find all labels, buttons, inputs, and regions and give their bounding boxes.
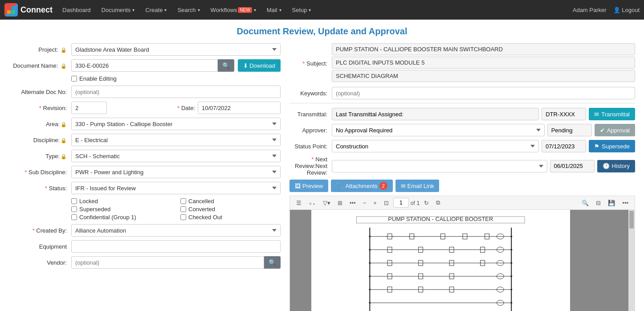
revision-field bbox=[71, 102, 173, 114]
svg-point-26 bbox=[369, 302, 371, 304]
svg-point-19 bbox=[511, 249, 513, 250]
attachments-button[interactable]: 📎 Attachments 2 bbox=[331, 180, 392, 192]
chevron-down-icon: ▾ bbox=[198, 8, 200, 12]
next-review-select[interactable] bbox=[332, 160, 547, 172]
checkboxes-grid: Locked Cancelled Superseded Converted bbox=[71, 198, 281, 221]
attachment-icon: 📎 bbox=[336, 183, 343, 189]
pdf-more-button[interactable]: ••• bbox=[347, 198, 359, 208]
left-panel: Project: 🔒 Gladstone Area Water Board Do… bbox=[9, 43, 281, 311]
enable-editing-checkbox[interactable] bbox=[71, 76, 77, 82]
created-by-row: Created By: Alliance Automation bbox=[9, 224, 281, 237]
subject-line-3: SCHEMATIC DIAGRAM bbox=[332, 70, 635, 82]
status-point-select[interactable]: Construction bbox=[332, 140, 539, 152]
pdf-view-button[interactable]: ▽▾ bbox=[320, 198, 333, 208]
vendor-input[interactable] bbox=[71, 256, 264, 269]
converted-checkbox-item: Converted bbox=[180, 206, 281, 213]
pdf-save-button[interactable]: 💾 bbox=[605, 198, 618, 208]
area-select[interactable]: 330 - Pump Station - Calliope Booster bbox=[71, 118, 281, 130]
brand[interactable]: Connect bbox=[4, 3, 53, 16]
svg-text:PUMP STATION - CALLIOPE BOOSTE: PUMP STATION - CALLIOPE BOOSTER bbox=[388, 216, 493, 222]
transmittal-icon: ✉ bbox=[594, 111, 599, 118]
pdf-fit-button[interactable]: ⊡ bbox=[381, 198, 391, 208]
transmittal-code-input[interactable] bbox=[542, 108, 586, 120]
superseded-label: Superseded bbox=[79, 206, 110, 213]
project-select[interactable]: Gladstone Area Water Board bbox=[71, 43, 281, 56]
next-review-group: 06/01/2025 🕐 History bbox=[332, 160, 635, 172]
alternate-doc-row: Alternate Doc No: bbox=[9, 86, 281, 98]
vendor-search-button[interactable]: 🔍 bbox=[264, 256, 281, 269]
confidential-checkbox[interactable] bbox=[71, 214, 77, 220]
status-point-row: Status Point: Construction 07/12/2023 ⚑ … bbox=[289, 140, 635, 152]
pdf-copy-button[interactable]: ⧉ bbox=[433, 198, 443, 208]
revision-date-group: Date: bbox=[71, 102, 281, 114]
lock-icon: 🔒 bbox=[61, 47, 67, 53]
checked-out-checkbox[interactable] bbox=[180, 214, 186, 220]
superseded-checkbox-item: Superseded bbox=[71, 206, 171, 213]
equipment-label: Equipment bbox=[9, 243, 71, 250]
pdf-filter-button[interactable]: ⬦▾ bbox=[306, 198, 318, 208]
approver-select[interactable]: No Approval Required bbox=[332, 124, 545, 136]
pdf-page-view-button[interactable]: ⊞ bbox=[335, 198, 345, 208]
pdf-search-button[interactable]: 🔍 bbox=[579, 198, 591, 208]
nav-documents[interactable]: Documents▾ bbox=[96, 0, 140, 20]
nav-create[interactable]: Create▾ bbox=[140, 0, 172, 20]
nav-search[interactable]: Search▾ bbox=[172, 0, 205, 20]
pdf-zoom-out-button[interactable]: − bbox=[360, 198, 369, 208]
equipment-row: Equipment bbox=[9, 240, 281, 253]
download-button[interactable]: ⬇ Download bbox=[238, 59, 281, 72]
svg-point-22 bbox=[369, 275, 371, 277]
email-link-button[interactable]: ✉ Email Link bbox=[395, 180, 440, 192]
superseded-checkbox[interactable] bbox=[71, 206, 77, 212]
pdf-menu-button[interactable]: ☰ bbox=[293, 198, 304, 208]
sub-discipline-row: Sub Discipline: PWR - Power and Lighting bbox=[9, 166, 281, 178]
pdf-page-input[interactable] bbox=[393, 198, 409, 208]
cancelled-checkbox[interactable] bbox=[180, 198, 186, 204]
enable-editing-label: Enable Editing bbox=[79, 75, 117, 82]
subject-line-1: PUMP STATION - CALLIOPE BOOSTER MAIN SWI… bbox=[332, 43, 635, 55]
alternate-doc-input[interactable] bbox=[71, 86, 281, 98]
document-name-input[interactable] bbox=[71, 59, 218, 72]
nav-mail[interactable]: Mail▾ bbox=[261, 0, 287, 20]
area-row: Area:🔒 330 - Pump Station - Calliope Boo… bbox=[9, 118, 281, 130]
revision-input[interactable] bbox=[71, 102, 107, 114]
lock-icon-3: 🔒 bbox=[61, 122, 67, 127]
supersede-button[interactable]: ⚑ Supersede bbox=[589, 140, 635, 152]
chevron-down-icon: ▾ bbox=[254, 8, 256, 12]
discipline-select[interactable]: E - Electrical bbox=[71, 134, 281, 146]
locked-label: Locked bbox=[79, 198, 98, 205]
approval-button[interactable]: ✔ Approval bbox=[595, 124, 635, 136]
equipment-input[interactable] bbox=[71, 240, 281, 253]
preview-button[interactable]: 🖼 Preview bbox=[289, 180, 328, 192]
next-review-label: * Next Review:Next Review: bbox=[289, 156, 332, 176]
pdf-more2-button[interactable]: ••• bbox=[620, 198, 631, 208]
type-select[interactable]: SCH - Schematic bbox=[71, 150, 281, 162]
transmittal-button[interactable]: ✉ Transmittal bbox=[589, 108, 635, 120]
converted-checkbox[interactable] bbox=[180, 206, 186, 212]
status-select[interactable]: IFR - Issued for Review bbox=[71, 182, 281, 194]
pdf-zoom-in-button[interactable]: + bbox=[371, 198, 379, 208]
approver-row: Approver: No Approval Required Pending ✔… bbox=[289, 124, 635, 136]
svg-point-18 bbox=[369, 249, 371, 250]
date-input[interactable] bbox=[198, 102, 281, 114]
pdf-rotate-button[interactable]: ↻ bbox=[421, 198, 432, 208]
sub-discipline-select[interactable]: PWR - Power and Lighting bbox=[71, 166, 281, 178]
nav-setup[interactable]: Setup▾ bbox=[287, 0, 317, 20]
pdf-page: PUMP STATION - CALLIOPE BOOSTER bbox=[311, 210, 570, 311]
svg-point-20 bbox=[369, 262, 371, 264]
transmittal-label: Transmittal: bbox=[289, 111, 332, 118]
cancelled-checkbox-item: Cancelled bbox=[180, 198, 281, 205]
nav-workflows[interactable]: WorkflowsNEW▾ bbox=[205, 0, 261, 20]
nav-dashboard[interactable]: Dashboard bbox=[57, 0, 96, 20]
document-search-button[interactable]: 🔍 bbox=[218, 59, 234, 72]
history-button[interactable]: 🕐 History bbox=[597, 160, 635, 172]
keywords-input[interactable] bbox=[332, 87, 635, 99]
locked-checkbox[interactable] bbox=[71, 198, 77, 204]
svg-point-25 bbox=[511, 289, 513, 291]
status-point-date: 07/12/2023 bbox=[542, 140, 586, 152]
revision-date-row: Revision: Date: bbox=[9, 102, 281, 114]
subject-label: * Subject: bbox=[289, 60, 332, 67]
created-by-select[interactable]: Alliance Automation bbox=[71, 224, 281, 237]
pdf-scrollbar[interactable] bbox=[628, 210, 635, 311]
logout-button[interactable]: 👤 Logout bbox=[613, 7, 640, 13]
pdf-minus-button[interactable]: ⊟ bbox=[593, 198, 603, 208]
